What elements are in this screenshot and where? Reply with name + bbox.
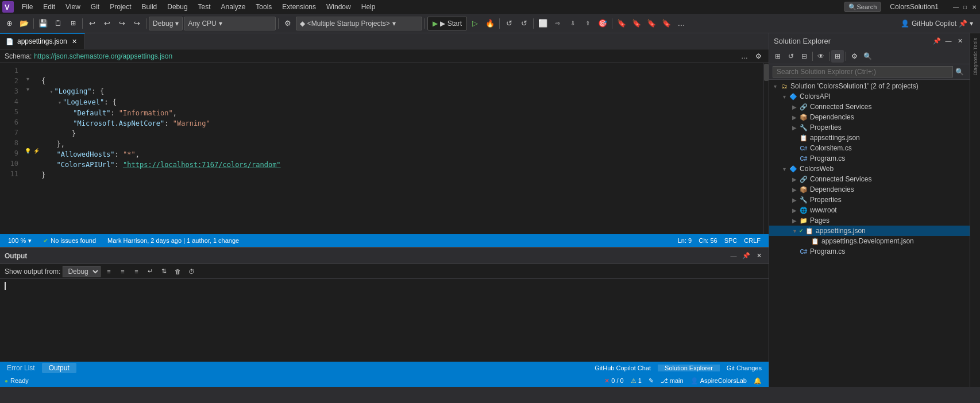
output-minimize-button[interactable]: — <box>728 251 739 261</box>
se-scope[interactable]: 🔍 <box>861 50 874 63</box>
se-solution-root[interactable]: ▾ 🗂 Solution 'ColorsSolution1' (2 of 2 p… <box>769 81 970 91</box>
collapse-logging[interactable]: ▾ <box>23 73 32 84</box>
tab-appsettings[interactable]: 📄 appsettings.json ✕ <box>0 33 85 49</box>
toolbar-step3[interactable]: ⇧ <box>581 17 595 30</box>
output-align-left[interactable]: ≡ <box>103 266 114 277</box>
chevron-down-icon[interactable]: ▾ <box>790 228 799 234</box>
output-clock[interactable]: ⏱ <box>186 266 197 277</box>
menu-window[interactable]: Window <box>322 2 356 12</box>
git-changes-tab[interactable]: Git Changes <box>720 365 769 371</box>
se-colorsweb-appsettings-dev[interactable]: 📋 appsettings.Development.json <box>769 236 970 246</box>
chevron-right-icon[interactable]: ▶ <box>790 218 799 224</box>
menu-extensions[interactable]: Extensions <box>277 2 321 12</box>
toolbar-undo-stack[interactable]: ⊞ <box>66 17 80 30</box>
toolbar-bookmark[interactable]: 🔖 <box>615 17 628 30</box>
output-align-right[interactable]: ≡ <box>130 266 142 277</box>
toolbar-hot-reload[interactable]: 🔥 <box>483 17 497 30</box>
schema-settings-button[interactable]: ⚙ <box>753 51 764 62</box>
logging-collapse[interactable]: ▾ <box>49 88 53 95</box>
output-wrap[interactable]: ↵ <box>144 266 156 277</box>
se-colorsweb-wwwroot[interactable]: ▶ 🌐 wwwroot <box>769 205 970 215</box>
tab-error-list[interactable]: Error List <box>0 363 42 373</box>
chevron-right-icon[interactable]: ▶ <box>790 125 799 131</box>
output-align-center[interactable]: ≡ <box>117 266 128 277</box>
solution-explorer-tab[interactable]: Solution Explorer <box>658 365 720 371</box>
cpu-dropdown[interactable]: Any CPU ▾ <box>184 17 276 30</box>
se-colorsapi-connected[interactable]: ▶ 🔗 Connected Services <box>769 102 970 112</box>
warning-count[interactable]: ⚠ 1 <box>628 377 644 385</box>
se-colorsweb-connected[interactable]: ▶ 🔗 Connected Services <box>769 174 970 184</box>
account-status[interactable]: 👤 AspireColorsLab <box>688 377 749 385</box>
menu-project[interactable]: Project <box>105 2 136 12</box>
se-colorsweb-appsettings[interactable]: ▾ ✔ 📋 appsettings.json <box>769 226 970 236</box>
schema-input[interactable] <box>34 52 736 60</box>
se-refresh[interactable]: ↺ <box>785 50 797 63</box>
chevron-down-icon[interactable]: ▾ <box>780 94 789 100</box>
toolbar-save[interactable]: 🗒 <box>51 17 65 30</box>
minimize-button[interactable]: — <box>952 3 959 10</box>
error-count[interactable]: ✕ 0 / 0 <box>602 377 626 385</box>
code-content[interactable]: { ▾"Logging": { ▾"LogLevel": { "Default"… <box>23 63 763 193</box>
issues-status[interactable]: ✔ No issues found <box>40 237 99 245</box>
menu-git[interactable]: Git <box>86 2 104 12</box>
tab-close-button[interactable]: ✕ <box>71 37 79 45</box>
toolbar-new[interactable]: ⊕ <box>2 17 16 30</box>
pencil-status[interactable]: ✎ <box>646 377 656 385</box>
toolbar-bookmark3[interactable]: 🔖 <box>645 17 658 30</box>
se-close-button[interactable]: ✕ <box>955 36 965 46</box>
maximize-button[interactable]: □ <box>962 3 969 10</box>
debug-config-dropdown[interactable]: Debug ▾ <box>149 17 183 30</box>
collapse-loglevel[interactable]: ▾ <box>23 84 32 94</box>
se-show-all[interactable]: 👁 <box>815 50 827 63</box>
se-filter[interactable]: ⊞ <box>831 50 844 63</box>
se-settings[interactable]: ⚙ <box>848 50 861 63</box>
se-minimize-button[interactable]: — <box>943 36 954 46</box>
copilot-chat-tab[interactable]: GitHub Copilot Chat <box>588 365 658 371</box>
zoom-status[interactable]: 100 % ▾ <box>5 237 35 245</box>
se-pin-button[interactable]: 📌 <box>932 36 942 46</box>
toolbar-undo2[interactable]: ↩ <box>100 17 114 30</box>
output-source-select[interactable]: Debug <box>63 266 101 277</box>
toolbar-redo2[interactable]: ↪ <box>130 17 144 30</box>
chevron-down-icon[interactable]: ▾ <box>770 83 780 90</box>
se-collapse[interactable]: ⊟ <box>798 50 811 63</box>
toolbar-open[interactable]: 📂 <box>17 17 31 30</box>
toolbar-windows[interactable]: ⬜ <box>536 17 550 30</box>
github-copilot-button[interactable]: 👤 GitHub Copilot 📌 ▾ <box>896 18 978 29</box>
blame-status[interactable]: Mark Harrison, 2 days ago | 1 author, 1 … <box>104 237 242 244</box>
vertical-scrollbar[interactable] <box>763 63 769 234</box>
branch-status[interactable]: ⎇ main <box>658 377 686 385</box>
schema-expand-button[interactable]: … <box>739 51 750 62</box>
code-editor[interactable]: 1 2 3 4 5 6 7 8 9 10 11 ▾ ▾ 💡 <box>0 63 769 234</box>
start-button[interactable]: ▶ ▶ Start <box>427 17 467 30</box>
toolbar-more[interactable]: … <box>674 17 688 30</box>
output-hscrollbar[interactable] <box>0 357 769 362</box>
se-colorsapi-colorsitem[interactable]: C# Colorsitem.cs <box>769 143 970 153</box>
toolbar-undo[interactable]: ↩ <box>85 17 99 30</box>
se-project-colorsweb[interactable]: ▾ 🔷 ColorsWeb <box>769 164 970 174</box>
se-colorsweb-program[interactable]: C# Program.cs <box>769 246 970 257</box>
se-properties[interactable]: ⊞ <box>771 50 784 63</box>
chevron-right-icon[interactable]: ▶ <box>790 197 799 203</box>
toolbar-breakpoint[interactable]: 🎯 <box>596 17 609 30</box>
chevron-right-icon[interactable]: ▶ <box>790 104 799 110</box>
output-pin-button[interactable]: 📌 <box>741 251 751 261</box>
toolbar-start-no-debug[interactable]: ▷ <box>468 17 482 30</box>
chevron-right-icon[interactable]: ▶ <box>790 207 799 214</box>
menu-test[interactable]: Test <box>194 2 215 12</box>
se-colorsweb-deps[interactable]: ▶ 📦 Dependencies <box>769 184 970 195</box>
output-close-button[interactable]: ✕ <box>754 251 764 261</box>
toolbar-restart2[interactable]: ↺ <box>517 17 531 30</box>
se-colorsapi-program[interactable]: C# Program.cs <box>769 153 970 164</box>
startup-project-dropdown[interactable]: ◆ <Multiple Startup Projects> ▾ <box>296 17 422 30</box>
se-search-input[interactable] <box>773 66 953 78</box>
menu-help[interactable]: Help <box>357 2 380 12</box>
chevron-right-icon[interactable]: ▶ <box>790 114 799 121</box>
loglevel-collapse[interactable]: ▾ <box>58 99 61 106</box>
toolbar-step2[interactable]: ⇩ <box>566 17 580 30</box>
close-button[interactable]: ✕ <box>971 3 978 10</box>
se-colorsweb-pages[interactable]: ▶ 📁 Pages <box>769 215 970 226</box>
menu-build[interactable]: Build <box>137 2 162 12</box>
scrollbar-thumb[interactable] <box>764 64 769 81</box>
toolbar-bookmark2[interactable]: 🔖 <box>630 17 643 30</box>
